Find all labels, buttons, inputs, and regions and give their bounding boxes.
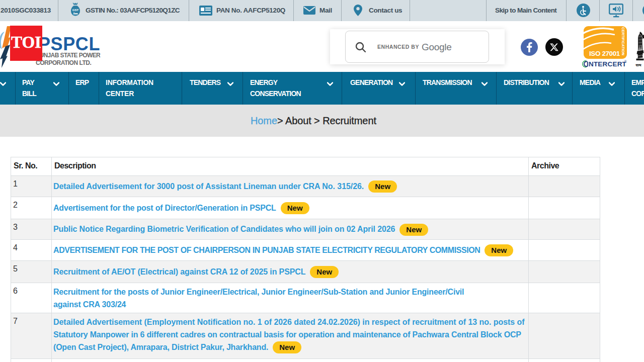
svg-text:CERTIFICATION: CERTIFICATION (621, 27, 624, 55)
svg-text:सत्य: सत्य (635, 63, 642, 67)
svg-text:®: ® (624, 60, 627, 63)
svg-text:INTERCERT: INTERCERT (587, 60, 627, 68)
svg-text:टैक्स: टैक्स (73, 12, 78, 15)
svg-text:GST: GST (72, 8, 79, 12)
